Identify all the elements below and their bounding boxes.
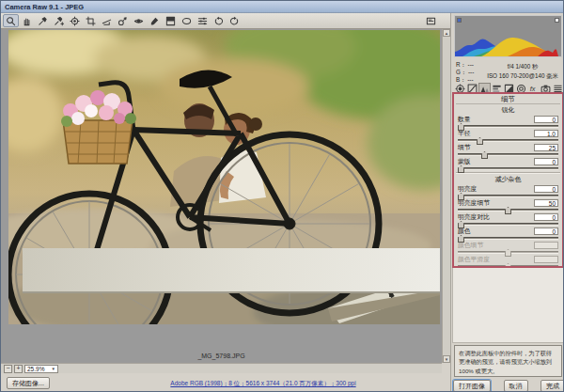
slider-row: 细节25 <box>456 143 560 157</box>
watermark-bar <box>23 248 440 293</box>
exif-exposure: f/4 1/400 秒 <box>481 62 564 71</box>
exif-block: R： --- G： --- B： --- f/4 1/400 秒 ISO 160… <box>453 59 564 82</box>
zoom-out-button[interactable]: − <box>4 365 12 373</box>
zoom-level-value: 25.9% <box>27 366 44 372</box>
scroll-down-icon[interactable]: ▼ <box>443 355 450 363</box>
section-label: 锐化 <box>456 105 560 114</box>
slider-label: 细节 <box>458 143 471 152</box>
straighten-tool-icon[interactable] <box>99 14 115 27</box>
spot-removal-tool-icon[interactable] <box>115 14 131 27</box>
rotate-left-button-icon[interactable] <box>211 14 227 27</box>
detail-panel: 细节 锐化数量0半径1.0细节25蒙版0减少杂色明亮度0明亮度细节50明亮度对比… <box>452 92 564 268</box>
zoom-tool-icon[interactable] <box>3 14 19 27</box>
rotate-right-button-icon[interactable] <box>227 14 243 27</box>
exif-lens: ISO 160 70-200@140 毫米 <box>481 71 564 81</box>
shadow-clipping-indicator[interactable] <box>457 18 462 23</box>
cancel-button[interactable]: 取消 <box>504 380 528 392</box>
section-divider <box>456 172 560 174</box>
window-title: Camera Raw 9.1 - JPEG <box>5 3 84 11</box>
slider-track[interactable] <box>458 153 558 156</box>
white-balance-tool-icon[interactable] <box>35 14 51 27</box>
slider-row: 蒙版0 <box>456 157 560 171</box>
histogram <box>454 15 562 57</box>
slider-value-input[interactable]: 50 <box>534 199 558 207</box>
histogram-plot <box>455 16 561 56</box>
zoom-in-button[interactable]: + <box>14 365 23 373</box>
panel-empty-area <box>452 268 564 343</box>
slider-value-input[interactable]: 0 <box>534 227 558 235</box>
slider-value-input <box>534 242 558 249</box>
workflow-options-link[interactable]: Adobe RGB (1998)；8 位；5616 x 3744（21.0 百万… <box>81 380 446 388</box>
right-panel: R： --- G： --- B： --- f/4 1/400 秒 ISO 160… <box>450 13 564 392</box>
red-eye-tool-icon[interactable] <box>131 14 147 27</box>
slider-track[interactable] <box>458 139 558 142</box>
toolbar <box>1 13 450 29</box>
slider-thumb[interactable] <box>458 165 464 173</box>
slider-track[interactable] <box>458 223 558 226</box>
slider-sections: 锐化数量0半径1.0细节25蒙版0减少杂色明亮度0明亮度细节50明亮度对比0颜色… <box>456 105 560 268</box>
highlight-clipping-indicator[interactable] <box>555 18 559 23</box>
slider-value-input[interactable]: 0 <box>534 158 558 165</box>
rgb-readout: R： --- G： --- B： --- <box>453 59 481 82</box>
graduated-filter-tool-icon[interactable] <box>163 14 179 27</box>
slider-label: 明亮度 <box>458 184 477 194</box>
zoom-level-select[interactable]: 25.9% ▼ <box>24 365 58 373</box>
slider-value-input[interactable]: 25 <box>534 144 558 151</box>
bottom-bar: 存储图像... Adobe RGB (1998)；8 位；5616 x 3744… <box>1 373 450 392</box>
hand-tool-icon[interactable] <box>19 14 35 27</box>
slider-value-input[interactable]: 0 <box>534 185 558 193</box>
adjustment-brush-tool-icon[interactable] <box>147 14 163 27</box>
image-filename: _MG_5798.JPG <box>1 353 442 359</box>
fullscreen-toggle-icon[interactable] <box>423 14 439 27</box>
slider-value-input <box>534 256 558 263</box>
titlebar[interactable]: Camera Raw 9.1 - JPEG <box>1 1 563 13</box>
open-image-button[interactable]: 打开图像 <box>453 380 491 392</box>
slider-row: 颜色平滑度 <box>456 255 560 268</box>
slider-track[interactable] <box>458 125 558 128</box>
image-canvas: _MG_5798.JPG <box>1 29 442 363</box>
slider-value-input[interactable]: 1.0 <box>534 130 558 137</box>
chevron-down-icon: ▼ <box>52 367 55 371</box>
vertical-scrollbar[interactable]: ▲ ▼ <box>442 29 450 363</box>
radial-filter-tool-icon[interactable] <box>179 14 195 27</box>
slider-row: 颜色细节 <box>456 241 560 255</box>
slider-row: 颜色0 <box>456 227 560 241</box>
color-sampler-tool-icon[interactable] <box>51 14 67 27</box>
slider-label: 颜色细节 <box>458 241 483 250</box>
slider-row: 明亮度0 <box>456 184 560 198</box>
slider-label: 明亮度对比 <box>458 212 490 222</box>
slider-row: 半径1.0 <box>456 129 560 143</box>
slider-label: 颜色 <box>458 227 471 236</box>
action-buttons: 打开图像 取消 完成 <box>453 380 564 392</box>
panel-title: 细节 <box>456 95 560 104</box>
slider-label: 明亮度细节 <box>458 198 490 208</box>
slider-row: 明亮度细节50 <box>456 198 560 212</box>
slider-row: 明亮度对比0 <box>456 212 560 227</box>
scroll-up-icon[interactable]: ▲ <box>443 29 450 37</box>
camera-raw-window: Camera Raw 9.1 - JPEG <box>0 0 564 392</box>
targeted-adjustment-tool-icon[interactable] <box>67 14 83 27</box>
horizontal-scrollbar[interactable]: − + 25.9% ▼ <box>1 363 442 373</box>
slider-label: 蒙版 <box>458 157 471 166</box>
save-image-button[interactable]: 存储图像... <box>7 377 50 389</box>
toolbar-tools <box>3 14 243 27</box>
slider-label: 颜色平滑度 <box>458 255 490 264</box>
slider-label: 数量 <box>458 115 471 124</box>
crop-tool-icon[interactable] <box>83 14 99 27</box>
slider-track[interactable] <box>458 167 558 170</box>
zoom-hint-note: 在调整此面板中的控件时，为了获得更准确的预览，请将预览大小缩放到 100% 或更… <box>454 345 562 377</box>
section-label: 减少杂色 <box>456 175 560 183</box>
done-button[interactable]: 完成 <box>540 380 564 392</box>
slider-row: 数量0 <box>456 115 560 129</box>
photo-preview[interactable] <box>8 30 440 324</box>
preferences-button-icon[interactable] <box>195 14 211 27</box>
slider-value-input[interactable]: 0 <box>534 213 558 221</box>
slider-label: 半径 <box>458 129 471 138</box>
slider-value-input[interactable]: 0 <box>534 116 558 123</box>
